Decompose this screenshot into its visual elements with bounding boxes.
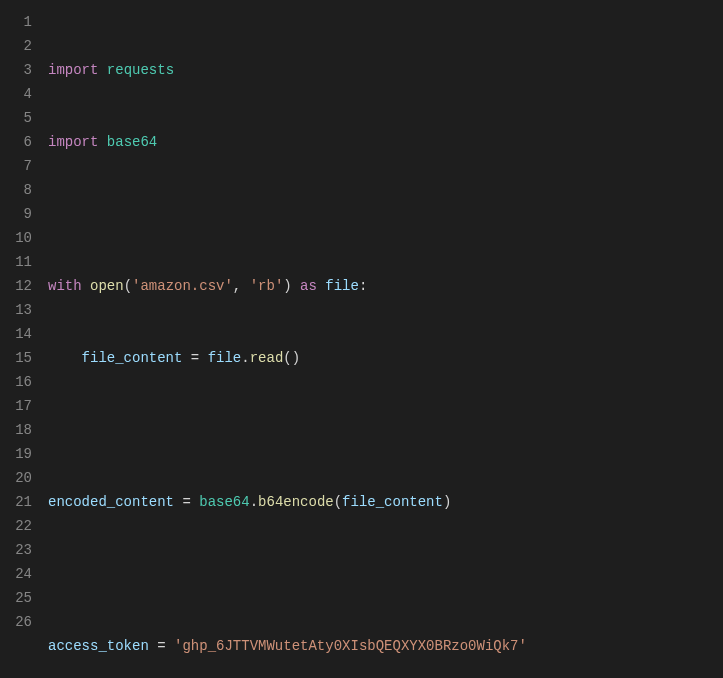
string: 'ghp_6JTTVMWutetAty0XIsbQEQXYX0BRzo0WiQk… bbox=[174, 638, 527, 654]
line-number: 15 bbox=[0, 346, 32, 370]
variable: access_token bbox=[48, 638, 149, 654]
code-line[interactable]: with open('amazon.csv', 'rb') as file: bbox=[48, 274, 723, 298]
variable: encoded_content bbox=[48, 494, 174, 510]
keyword: import bbox=[48, 62, 98, 78]
keyword: as bbox=[300, 278, 317, 294]
code-line[interactable] bbox=[48, 562, 723, 586]
line-number: 4 bbox=[0, 82, 32, 106]
keyword: with bbox=[48, 278, 82, 294]
code-editor[interactable]: 1 2 3 4 5 6 7 8 9 10 11 12 13 14 15 16 1… bbox=[0, 10, 723, 678]
line-number: 16 bbox=[0, 370, 32, 394]
code-line[interactable] bbox=[48, 202, 723, 226]
line-number: 6 bbox=[0, 130, 32, 154]
line-number: 18 bbox=[0, 418, 32, 442]
variable: file bbox=[325, 278, 359, 294]
line-number: 10 bbox=[0, 226, 32, 250]
line-number: 25 bbox=[0, 586, 32, 610]
line-number: 2 bbox=[0, 34, 32, 58]
code-line[interactable]: access_token = 'ghp_6JTTVMWutetAty0XIsbQ… bbox=[48, 634, 723, 658]
module: base64 bbox=[199, 494, 249, 510]
function: open bbox=[90, 278, 124, 294]
line-number: 3 bbox=[0, 58, 32, 82]
line-number: 9 bbox=[0, 202, 32, 226]
code-line[interactable]: file_content = file.read() bbox=[48, 346, 723, 370]
line-number: 13 bbox=[0, 298, 32, 322]
line-number: 12 bbox=[0, 274, 32, 298]
string: 'rb' bbox=[250, 278, 284, 294]
function: b64encode bbox=[258, 494, 334, 510]
variable: file_content bbox=[342, 494, 443, 510]
line-number-gutter: 1 2 3 4 5 6 7 8 9 10 11 12 13 14 15 16 1… bbox=[0, 10, 48, 678]
line-number: 23 bbox=[0, 538, 32, 562]
module: requests bbox=[107, 62, 174, 78]
line-number: 22 bbox=[0, 514, 32, 538]
line-number: 7 bbox=[0, 154, 32, 178]
code-line[interactable]: encoded_content = base64.b64encode(file_… bbox=[48, 490, 723, 514]
code-line[interactable]: import requests bbox=[48, 58, 723, 82]
line-number: 26 bbox=[0, 610, 32, 634]
string: 'amazon.csv' bbox=[132, 278, 233, 294]
line-number: 24 bbox=[0, 562, 32, 586]
keyword: import bbox=[48, 134, 98, 150]
line-number: 14 bbox=[0, 322, 32, 346]
line-number: 19 bbox=[0, 442, 32, 466]
code-area[interactable]: import requests import base64 with open(… bbox=[48, 10, 723, 678]
module: base64 bbox=[107, 134, 157, 150]
line-number: 1 bbox=[0, 10, 32, 34]
variable: file_content bbox=[82, 350, 183, 366]
line-number: 5 bbox=[0, 106, 32, 130]
variable: file bbox=[208, 350, 242, 366]
line-number: 20 bbox=[0, 466, 32, 490]
line-number: 17 bbox=[0, 394, 32, 418]
line-number: 8 bbox=[0, 178, 32, 202]
line-number: 21 bbox=[0, 490, 32, 514]
code-line[interactable] bbox=[48, 418, 723, 442]
function: read bbox=[250, 350, 284, 366]
line-number: 11 bbox=[0, 250, 32, 274]
code-line[interactable]: import base64 bbox=[48, 130, 723, 154]
